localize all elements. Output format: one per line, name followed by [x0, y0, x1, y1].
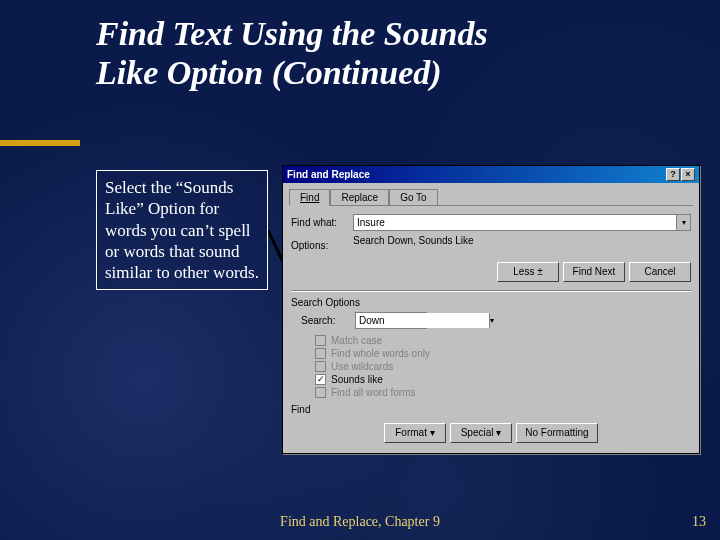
checkbox-whole-words[interactable] [315, 348, 326, 359]
checkbox-wildcards-row[interactable]: Use wildcards [315, 361, 691, 372]
checkbox-all-forms-row[interactable]: Find all word forms [315, 387, 691, 398]
callout-box: Select the “Sounds Like” Option for word… [96, 170, 268, 290]
checkbox-sounds-like[interactable] [315, 374, 326, 385]
search-direction-input[interactable] [356, 313, 489, 328]
checkbox-all-forms[interactable] [315, 387, 326, 398]
find-what-dropdown-icon[interactable]: ▾ [676, 215, 690, 230]
search-options-label: Search Options [291, 297, 691, 308]
checkbox-whole-words-label: Find whole words only [331, 348, 430, 359]
accent-bar [0, 140, 80, 146]
dialog-title: Find and Replace [287, 169, 666, 180]
checkbox-match-case-row[interactable]: Match case [315, 335, 691, 346]
less-button[interactable]: Less ± [497, 262, 559, 282]
special-button[interactable]: Special ▾ [450, 423, 512, 443]
find-what-label: Find what: [291, 217, 353, 228]
options-value: Search Down, Sounds Like [353, 235, 474, 246]
search-direction-combo[interactable]: ▾ [355, 312, 427, 329]
slide-footer: Find and Replace, Chapter 9 [0, 514, 720, 530]
checkbox-match-case[interactable] [315, 335, 326, 346]
find-what-input[interactable] [354, 215, 676, 230]
find-what-field[interactable]: ▾ [353, 214, 691, 231]
cancel-button[interactable]: Cancel [629, 262, 691, 282]
checkbox-match-case-label: Match case [331, 335, 382, 346]
format-button[interactable]: Format ▾ [384, 423, 446, 443]
checkbox-sounds-like-row[interactable]: Sounds like [315, 374, 691, 385]
search-direction-dropdown-icon[interactable]: ▾ [489, 313, 494, 328]
checkbox-sounds-like-label: Sounds like [331, 374, 383, 385]
dialog-titlebar[interactable]: Find and Replace ? × [283, 166, 699, 183]
help-button[interactable]: ? [666, 168, 680, 181]
options-label: Options: [291, 240, 353, 251]
slide-title: Find Text Using the Sounds Like Option (… [96, 14, 488, 92]
tab-goto[interactable]: Go To [389, 189, 438, 205]
checkbox-wildcards-label: Use wildcards [331, 361, 393, 372]
search-direction-label: Search: [301, 315, 355, 326]
close-button[interactable]: × [681, 168, 695, 181]
find-next-button[interactable]: Find Next [563, 262, 625, 282]
find-replace-dialog: Find and Replace ? × Find Replace Go To … [282, 165, 700, 454]
title-line-1: Find Text Using the Sounds [96, 14, 488, 53]
tab-strip: Find Replace Go To [289, 189, 693, 206]
tab-find[interactable]: Find [289, 189, 330, 206]
checkbox-all-forms-label: Find all word forms [331, 387, 415, 398]
no-formatting-button[interactable]: No Formatting [516, 423, 598, 443]
checkbox-whole-words-row[interactable]: Find whole words only [315, 348, 691, 359]
checkbox-wildcards[interactable] [315, 361, 326, 372]
callout-text: Select the “Sounds Like” Option for word… [105, 178, 259, 282]
find-group-label: Find [291, 404, 691, 415]
title-line-2: Like Option (Continued) [96, 53, 488, 92]
page-number: 13 [692, 514, 706, 530]
tab-replace[interactable]: Replace [330, 189, 389, 205]
divider [291, 290, 691, 291]
